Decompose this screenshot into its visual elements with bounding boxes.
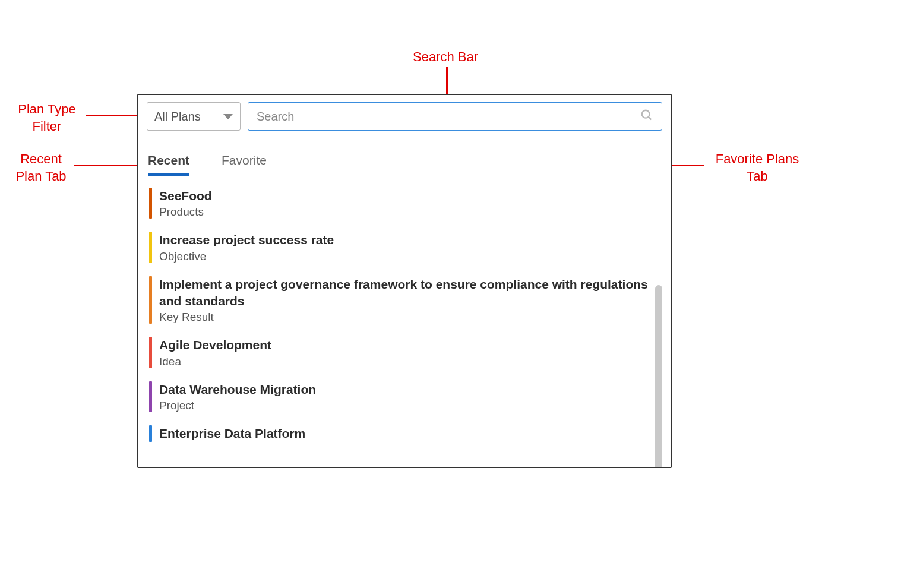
list-item[interactable]: Enterprise Data Platform	[149, 425, 668, 442]
color-bar	[149, 425, 152, 442]
dropdown-label: All Plans	[154, 110, 201, 124]
item-text: Enterprise Data Platform	[159, 425, 305, 442]
item-subtitle: Objective	[159, 250, 334, 263]
list-item[interactable]: Increase project success rateObjective	[149, 232, 668, 263]
color-bar	[149, 276, 152, 324]
svg-line-1	[649, 117, 652, 120]
list-item[interactable]: Agile DevelopmentIdea	[149, 337, 668, 368]
item-text: Implement a project governance framework…	[159, 276, 668, 324]
tab-favorite[interactable]: Favorite	[222, 153, 267, 176]
svg-point-0	[642, 110, 650, 118]
annotation-line	[74, 165, 137, 166]
plan-list: SeeFoodProductsIncrease project success …	[138, 188, 671, 467]
item-title: Enterprise Data Platform	[159, 425, 305, 442]
item-title: Agile Development	[159, 337, 271, 353]
item-subtitle: Products	[159, 206, 212, 219]
item-subtitle: Idea	[159, 355, 271, 368]
color-bar	[149, 188, 152, 219]
annotation-favorite-tab: Favorite Plans Tab	[707, 151, 808, 185]
tabs: Recent Favorite	[147, 153, 662, 176]
item-text: Data Warehouse MigrationProject	[159, 381, 316, 412]
chevron-down-icon	[223, 114, 233, 119]
color-bar	[149, 232, 152, 263]
item-title: Data Warehouse Migration	[159, 381, 316, 398]
plan-type-filter-dropdown[interactable]: All Plans	[147, 102, 241, 131]
item-title: Increase project success rate	[159, 232, 334, 248]
item-text: SeeFoodProducts	[159, 188, 212, 219]
annotation-search-bar: Search Bar	[398, 49, 493, 66]
item-subtitle: Key Result	[159, 311, 668, 324]
annotation-line	[86, 115, 137, 116]
color-bar	[149, 337, 152, 368]
tab-recent[interactable]: Recent	[148, 153, 189, 176]
search-bar[interactable]	[248, 102, 662, 131]
item-text: Increase project success rateObjective	[159, 232, 334, 263]
item-title: SeeFood	[159, 188, 212, 204]
list-item[interactable]: SeeFoodProducts	[149, 188, 668, 219]
plans-panel: All Plans Recent Favorite SeeFoodProduct…	[137, 94, 672, 468]
annotation-recent-tab: Recent Plan Tab	[8, 151, 74, 185]
item-subtitle: Project	[159, 399, 316, 412]
scrollbar[interactable]	[655, 285, 662, 468]
search-input[interactable]	[257, 110, 640, 124]
color-bar	[149, 381, 152, 412]
item-title: Implement a project governance framework…	[159, 276, 668, 310]
list-item[interactable]: Implement a project governance framework…	[149, 276, 668, 324]
item-text: Agile DevelopmentIdea	[159, 337, 271, 368]
list-item[interactable]: Data Warehouse MigrationProject	[149, 381, 668, 412]
annotation-plan-type-filter: Plan Type Filter	[8, 101, 86, 135]
search-icon	[640, 109, 653, 124]
scrollbar-thumb[interactable]	[655, 285, 662, 468]
